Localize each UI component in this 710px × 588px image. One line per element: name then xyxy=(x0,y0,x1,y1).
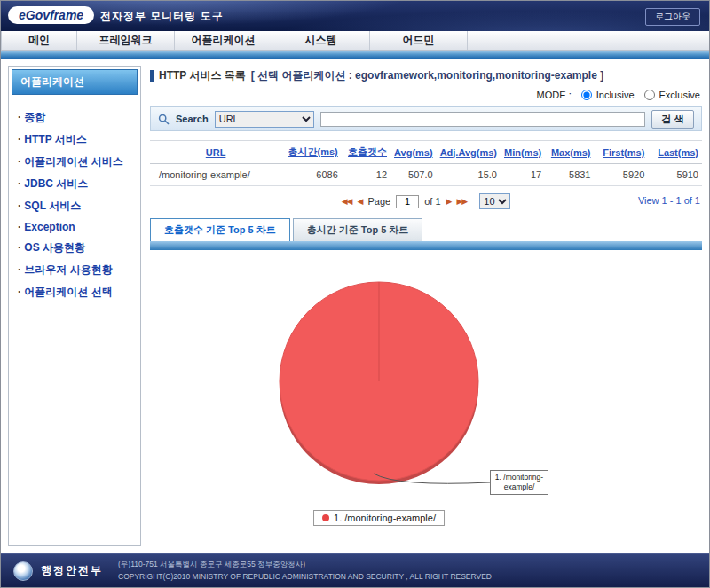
app-title: 전자정부 모니터링 도구 xyxy=(100,9,224,24)
column-header-avg[interactable]: Avg(ms) xyxy=(390,141,437,164)
mode-inclusive-label: Inclusive xyxy=(596,90,635,100)
pie-chart xyxy=(150,254,700,500)
cell-last: 5910 xyxy=(648,164,702,186)
chart-legend: 1. /monitoring-example/ xyxy=(313,509,445,526)
sidebar-item-application-service[interactable]: 어플리케이션 서비스 xyxy=(17,151,132,173)
sidebar-item-overall[interactable]: 종합 xyxy=(17,106,132,129)
page-label: Page xyxy=(367,196,390,207)
cell-avg: 507.0 xyxy=(390,164,437,186)
app-header: eGovframe 전자정부 모니터링 도구 로그아웃 xyxy=(1,1,709,31)
logout-button[interactable]: 로그아웃 xyxy=(645,8,700,26)
main-panel: HTTP 서비스 목록 [ 선택 어플리케이션 : egovframework,… xyxy=(150,66,702,546)
legend-dot-icon xyxy=(322,514,329,521)
government-emblem-icon xyxy=(13,561,33,581)
page-title: HTTP 서비스 목록 xyxy=(159,68,246,83)
cell-max: 5831 xyxy=(545,164,594,186)
sidebar-item-jdbc-service[interactable]: JDBC 서비스 xyxy=(17,173,132,195)
tab-top5-by-call-count[interactable]: 호출갯수 기준 Top 5 차트 xyxy=(150,218,290,241)
cell-adj-avg: 15.0 xyxy=(437,164,501,186)
nav-item-framework[interactable]: 프레임워크 xyxy=(77,31,175,50)
chart-area: 1. /monitoring-example/ 1. /monitoring-e… xyxy=(150,250,702,534)
title-row: HTTP 서비스 목록 [ 선택 어플리케이션 : egovframework,… xyxy=(150,66,702,90)
sidebar-title: 어플리케이션 xyxy=(12,69,138,95)
legend-item: 1. /monitoring-example/ xyxy=(313,510,445,526)
mode-label: MODE : xyxy=(537,90,572,100)
nav-item-application[interactable]: 어플리케이션 xyxy=(175,31,272,50)
sidebar-item-sql-service[interactable]: SQL 서비스 xyxy=(17,195,132,217)
nav-accent-bar xyxy=(1,51,709,59)
cell-min: 17 xyxy=(501,164,545,186)
chart-tabs-accent-bar xyxy=(150,241,702,250)
search-input[interactable] xyxy=(320,112,645,127)
nav-item-system[interactable]: 시스템 xyxy=(272,31,370,50)
footer-text: (우)110-751 서울특별시 종로구 세종로55 정부중앙청사) COPYR… xyxy=(118,559,492,583)
search-field-select[interactable]: URL xyxy=(215,111,314,128)
column-header-adj-avg[interactable]: Adj.Avg(ms) xyxy=(437,141,501,164)
view-info: View 1 - 1 of 1 xyxy=(638,195,700,206)
chart-tabs: 호출갯수 기준 Top 5 차트 총시간 기준 Top 5 차트 xyxy=(150,218,702,241)
table-row: /monitoring-example/ 6086 12 507.0 15.0 … xyxy=(150,164,702,186)
top-nav: 메인 프레임워크 어플리케이션 시스템 어드민 xyxy=(1,31,709,51)
column-header-first[interactable]: First(ms) xyxy=(595,141,649,164)
nav-item-main[interactable]: 메인 xyxy=(1,31,77,50)
prev-page-icon[interactable]: ◀ xyxy=(358,197,363,206)
last-page-icon[interactable]: ▶▶ xyxy=(456,197,467,206)
egovframe-logo: eGovframe xyxy=(8,6,94,24)
column-header-max[interactable]: Max(ms) xyxy=(545,141,594,164)
sidebar-menu: 종합 HTTP 서비스 어플리케이션 서비스 JDBC 서비스 SQL 서비스 … xyxy=(9,98,140,312)
search-label: Search xyxy=(176,114,209,124)
pagination: ◀◀ ◀ Page of 1 ▶ ▶▶ 10 View 1 - 1 of 1 xyxy=(150,186,702,215)
next-page-icon[interactable]: ▶ xyxy=(446,197,452,206)
mode-row: MODE : Inclusive Exclusive xyxy=(150,90,702,106)
search-icon xyxy=(158,114,170,125)
tab-top5-by-total-time[interactable]: 총시간 기준 Top 5 차트 xyxy=(293,218,423,241)
nav-item-admin[interactable]: 어드민 xyxy=(370,31,468,50)
search-button[interactable]: 검 색 xyxy=(651,110,694,129)
sidebar-item-browser-usage[interactable]: 브라우저 사용현황 xyxy=(17,259,132,281)
mode-inclusive-radio[interactable] xyxy=(581,90,592,100)
column-header-min[interactable]: Min(ms) xyxy=(501,141,545,164)
pie-slice-callout: 1. /monitoring-example/ xyxy=(490,470,548,495)
content: 어플리케이션 종합 HTTP 서비스 어플리케이션 서비스 JDBC 서비스 S… xyxy=(1,59,709,553)
page-size-select[interactable]: 10 xyxy=(479,193,510,209)
column-header-last[interactable]: Last(ms) xyxy=(648,141,702,164)
mode-exclusive-radio[interactable] xyxy=(644,90,655,100)
ministry-name: 행정안전부 xyxy=(41,563,103,578)
footer-address: (우)110-751 서울특별시 종로구 세종로55 정부중앙청사) xyxy=(118,559,492,571)
first-page-icon[interactable]: ◀◀ xyxy=(342,197,352,206)
sidebar-item-exception[interactable]: Exception xyxy=(17,217,132,237)
cell-first: 5920 xyxy=(595,164,649,186)
column-header-url[interactable]: URL xyxy=(150,141,281,164)
sidebar-item-http-service[interactable]: HTTP 서비스 xyxy=(17,129,132,151)
legend-label: 1. /monitoring-example/ xyxy=(334,513,436,523)
sidebar-item-os-usage[interactable]: OS 사용현황 xyxy=(17,237,132,259)
sidebar: 어플리케이션 종합 HTTP 서비스 어플리케이션 서비스 JDBC 서비스 S… xyxy=(8,66,141,546)
sidebar-item-application-select[interactable]: 어플리케이션 선택 xyxy=(17,281,132,303)
cell-url: /monitoring-example/ xyxy=(150,164,281,186)
selected-application-info: [ 선택 어플리케이션 : egovframework,monitoring,m… xyxy=(251,68,604,83)
column-header-total-time[interactable]: 총시간(ms) xyxy=(281,141,342,164)
table-header-row: URL 총시간(ms) 호출갯수 Avg(ms) Adj.Avg(ms) Min… xyxy=(150,141,702,164)
page-number-input[interactable] xyxy=(396,195,419,208)
cell-call-count: 12 xyxy=(342,164,390,186)
page: eGovframe 전자정부 모니터링 도구 로그아웃 메인 프레임워크 어플리… xyxy=(0,0,710,588)
page-of-label: of 1 xyxy=(424,196,440,207)
title-bullet-icon xyxy=(150,70,154,82)
app-footer: 행정안전부 (우)110-751 서울특별시 종로구 세종로55 정부중앙청사)… xyxy=(1,553,709,587)
http-service-table: URL 총시간(ms) 호출갯수 Avg(ms) Adj.Avg(ms) Min… xyxy=(150,140,702,186)
mode-exclusive-label: Exclusive xyxy=(659,90,700,100)
footer-copyright: COPYRIGHT(C)2010 MINISTRY OF REPUBLIC AD… xyxy=(118,571,492,584)
search-bar: Search URL 검 색 xyxy=(150,106,702,131)
column-header-call-count[interactable]: 호출갯수 xyxy=(342,141,390,164)
cell-total-time: 6086 xyxy=(281,164,342,186)
